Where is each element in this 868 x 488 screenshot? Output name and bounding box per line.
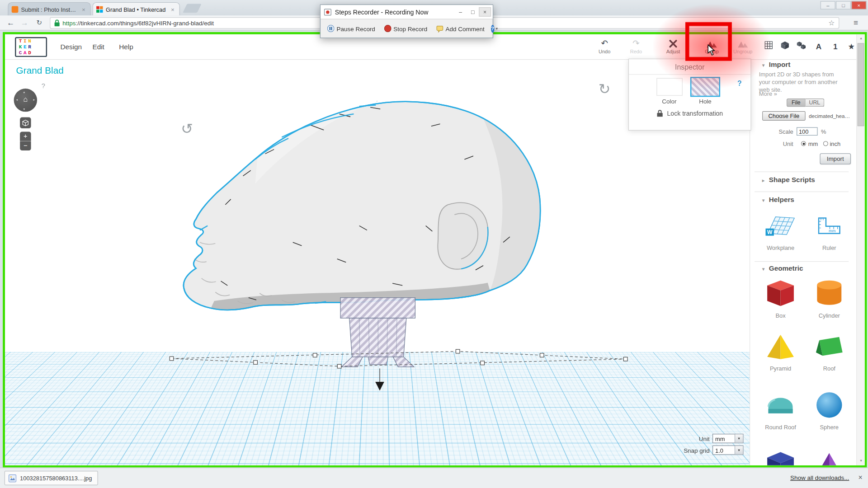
more-link[interactable]: More » <box>759 90 777 97</box>
snap-grid-select[interactable]: 1.0 ▼ <box>712 446 744 455</box>
scroll-up-icon[interactable]: ▲ <box>857 34 865 42</box>
shape-sphere[interactable]: Sphere <box>808 387 851 431</box>
selection-handle[interactable] <box>254 361 258 365</box>
scale-input[interactable]: 100 <box>797 127 818 136</box>
stop-record-button[interactable]: Stop Record <box>381 22 430 35</box>
rotate-view-icon[interactable]: ↻ <box>181 121 193 138</box>
shape-cylinder[interactable]: Cylinder <box>808 276 851 319</box>
import-button[interactable]: Import <box>820 153 851 164</box>
file-toggle-button[interactable]: File <box>787 99 806 107</box>
menu-edit[interactable]: Edit <box>88 34 109 60</box>
shape-parallelepiped[interactable] <box>759 445 802 465</box>
shape-pyramid[interactable]: Pyramid <box>759 328 802 372</box>
browser-tab-instructables[interactable]: Submit : Photo Instructab... × <box>8 2 91 15</box>
inch-radio-label[interactable]: inch <box>830 141 841 147</box>
section-shape-scripts[interactable]: ►Shape Scripts <box>761 176 815 183</box>
hole-swatch-button[interactable] <box>690 77 720 97</box>
view-cube-button[interactable] <box>20 117 31 128</box>
bookmark-star-icon[interactable]: ☆ <box>828 19 835 27</box>
selection-handle[interactable] <box>313 353 317 357</box>
group-button[interactable]: Group <box>700 38 724 54</box>
steps-recorder-title: Steps Recorder - Recording Now <box>335 9 454 15</box>
lock-transformation-toggle[interactable]: Lock transformation <box>656 109 723 117</box>
inch-radio[interactable] <box>823 141 828 146</box>
favorites-star-button[interactable]: ★ <box>846 41 857 52</box>
expand-triangle-icon: ► <box>761 178 766 183</box>
choose-file-button[interactable]: Choose File <box>762 111 806 121</box>
steps-recorder-window[interactable]: Steps Recorder - Recording Now – □ × Pau… <box>320 5 493 38</box>
show-all-downloads-link[interactable]: Show all downloads... <box>790 474 849 481</box>
menu-help[interactable]: Help <box>114 34 137 60</box>
back-button[interactable]: ← <box>5 17 17 29</box>
view-help-icon[interactable]: ? <box>42 82 45 89</box>
section-import[interactable]: ▼Import <box>761 61 791 69</box>
pause-record-button[interactable]: Pause Record <box>324 22 378 35</box>
window-close-button[interactable]: × <box>851 1 866 9</box>
recorder-dropdown-caret-icon[interactable]: ▾ <box>496 26 498 31</box>
orbit-right-icon[interactable]: ▸ <box>33 98 35 102</box>
close-shelf-icon[interactable]: × <box>858 473 862 481</box>
text-tool-button[interactable]: A <box>813 41 824 52</box>
color-swatch-button[interactable] <box>656 78 683 96</box>
orbit-up-icon[interactable]: ▴ <box>23 89 25 94</box>
orbit-left-icon[interactable]: ◂ <box>16 98 18 102</box>
selection-handle[interactable] <box>456 349 460 353</box>
panel-scrollbar[interactable]: ▲ ▼ <box>856 34 864 465</box>
mm-radio[interactable] <box>801 141 806 146</box>
add-comment-button[interactable]: Add Comment <box>433 22 488 35</box>
new-tab-button[interactable] <box>183 4 201 13</box>
workplane-toggle-button[interactable] <box>763 41 774 52</box>
unit-label: Unit <box>699 435 710 442</box>
unit-select[interactable]: mm ▼ <box>712 434 744 443</box>
shape-roof[interactable]: Roof <box>808 328 851 372</box>
selection-handle[interactable] <box>540 353 544 357</box>
scroll-down-icon[interactable]: ▼ <box>857 457 865 465</box>
recorder-minimize-button[interactable]: – <box>454 7 467 17</box>
shape-tool-button[interactable] <box>779 41 790 52</box>
section-helpers[interactable]: ▼Helpers <box>761 196 794 203</box>
inspector-help-icon[interactable]: ? <box>737 79 742 87</box>
rotate-view-icon[interactable]: ↻ <box>599 81 611 98</box>
forward-button[interactable]: → <box>18 17 30 29</box>
undo-button[interactable]: ↶ Undo <box>592 38 617 54</box>
browser-tab-tinkercad[interactable]: Grand Blad • Tinkercad × <box>92 2 179 15</box>
adjust-button[interactable]: Adjust <box>661 38 685 54</box>
orbit-down-icon[interactable]: ▾ <box>23 107 25 111</box>
window-minimize-button[interactable]: – <box>821 1 835 9</box>
url-toggle-button[interactable]: URL <box>806 99 825 107</box>
selection-handle[interactable] <box>623 357 627 361</box>
downloaded-file-chip[interactable]: 100328157580863113....jpg <box>5 471 98 485</box>
chrome-menu-icon[interactable]: ≡ <box>849 17 862 29</box>
shape-round-roof[interactable]: Round Roof <box>759 387 802 431</box>
selection-handle[interactable] <box>481 361 485 365</box>
mm-radio-label[interactable]: mm <box>808 141 818 147</box>
model-hole-pedestal[interactable] <box>340 298 415 367</box>
recorder-maximize-button[interactable]: □ <box>467 7 479 17</box>
model-head[interactable] <box>184 102 540 310</box>
move-down-arrow[interactable] <box>375 382 384 391</box>
multi-shape-tool-button[interactable] <box>796 41 807 52</box>
number-tool-button[interactable]: 1 <box>830 41 841 52</box>
refresh-button[interactable]: ↻ <box>33 17 45 29</box>
ungroup-button[interactable]: Ungroup <box>731 38 755 54</box>
design-title: Grand Blad <box>16 65 64 76</box>
tab-close-icon[interactable]: × <box>170 6 176 13</box>
selection-handle[interactable] <box>170 357 174 361</box>
window-maximize-button[interactable]: □ <box>836 1 851 9</box>
recorder-close-button[interactable]: × <box>479 7 491 17</box>
selection-handle[interactable] <box>337 364 341 368</box>
scrollbar-thumb[interactable] <box>858 43 864 127</box>
tab-close-icon[interactable]: × <box>80 6 87 13</box>
helper-workplane[interactable]: W Workplane <box>759 208 802 251</box>
zoom-in-button[interactable]: + <box>20 131 31 141</box>
menu-design[interactable]: Design <box>56 34 86 60</box>
view-navigation-wheel[interactable]: ⌂ ▴ ▾ ◂ ▸ <box>14 89 37 112</box>
tinkercad-logo[interactable]: TIN KER CAD <box>15 37 47 57</box>
shape-box[interactable]: Box <box>759 276 802 319</box>
section-geometric[interactable]: ▼Geometric <box>761 264 803 272</box>
helper-ruler[interactable]: mm Ruler <box>808 208 851 251</box>
redo-button[interactable]: ↷ Redo <box>624 38 648 54</box>
shape-purple-pyramid[interactable] <box>808 445 851 465</box>
zoom-out-button[interactable]: − <box>20 141 31 150</box>
recorder-help-icon[interactable]: ? <box>491 24 494 32</box>
